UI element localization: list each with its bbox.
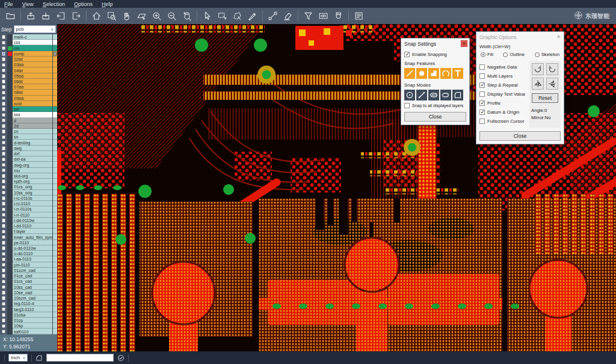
graphic-close-button[interactable]: Close (479, 131, 561, 141)
layer-visibility-checkbox[interactable] (0, 151, 7, 156)
layer-row-02lst[interactable]: 02lst (0, 57, 57, 62)
layer-row-01ce_cad[interactable]: 01ce_cad (0, 273, 57, 279)
layer-row-pe-0110[interactable]: pe-0110 (0, 240, 57, 245)
layer-color-swatch[interactable] (7, 67, 13, 73)
layer-color-swatch[interactable] (7, 273, 13, 279)
layer-row-mark-c[interactable]: mark-c (0, 34, 57, 40)
select-cursor-icon[interactable] (200, 9, 215, 23)
layer-color-swatch[interactable] (7, 140, 13, 145)
layer-row-dxf-ea[interactable]: dxf-ea (0, 156, 57, 162)
measure-icon[interactable] (265, 9, 280, 23)
snap-slot-icon[interactable] (428, 90, 439, 100)
layer-row-i-rc-0110[interactable]: i-rc-0110 (0, 201, 57, 206)
layer-color-swatch[interactable] (7, 306, 13, 312)
layer-row-saf0110[interactable]: saf0110 (0, 329, 57, 334)
layer-row-2d[interactable]: 2d (0, 123, 57, 129)
layer-visibility-checkbox[interactable] (0, 273, 7, 279)
layer-row-10ss_orig[interactable]: 10ss_orig (0, 190, 57, 196)
layer-visibility-checkbox[interactable] (0, 179, 7, 184)
eraser-icon[interactable] (280, 9, 295, 23)
layer-row-01cs_orig[interactable]: 01cs_orig (0, 184, 57, 190)
layer-row-sold[interactable]: sold (0, 101, 57, 106)
layer-color-swatch[interactable] (7, 73, 13, 79)
layer-visibility-checkbox[interactable] (0, 234, 7, 239)
layer-color-swatch[interactable] (7, 301, 13, 306)
layer-color-swatch[interactable] (7, 240, 13, 245)
layer-visibility-checkbox[interactable] (0, 256, 7, 262)
layer-color-swatch[interactable] (7, 268, 13, 273)
layer-visibility-checkbox[interactable] (0, 240, 7, 245)
zoom-previous-icon[interactable] (179, 9, 194, 23)
layer-row-i-rr-0110[interactable]: i-rr-0110 (0, 212, 57, 218)
layer-color-swatch[interactable] (7, 212, 13, 218)
apply-icon[interactable] (117, 354, 125, 362)
layer-visibility-checkbox[interactable] (0, 168, 7, 173)
rotate-cw-icon[interactable] (532, 63, 544, 75)
snap-arc-icon[interactable] (440, 68, 451, 79)
snap-close-button[interactable]: Close (404, 112, 466, 122)
flip-h-icon[interactable] (532, 78, 544, 90)
layer-color-swatch[interactable] (7, 62, 13, 67)
layer-visibility-checkbox[interactable] (0, 323, 7, 329)
layer-row-dwg[interactable]: dwg (0, 146, 57, 151)
layer-row-10scm_cad[interactable]: 10scm_cad (0, 295, 57, 301)
layer-visibility-checkbox[interactable] (0, 295, 7, 301)
command-input[interactable] (46, 354, 114, 362)
layer-visibility-checkbox[interactable] (0, 90, 7, 95)
layer-row-08lst[interactable]: 08lst (0, 90, 57, 95)
import-icon[interactable] (23, 9, 38, 23)
layer-color-swatch[interactable] (7, 151, 13, 156)
layer-row-i-dd-0110[interactable]: i-dd-0110 (0, 223, 57, 229)
page-forward-icon[interactable] (69, 9, 84, 23)
menu-view[interactable]: View (22, 1, 34, 7)
layer-color-swatch[interactable] (7, 123, 13, 129)
snap-surface-icon[interactable] (428, 68, 439, 79)
layer-visibility-checkbox[interactable] (0, 218, 7, 223)
radio-outline[interactable]: Outline (503, 52, 525, 57)
layer-visibility-checkbox[interactable] (0, 57, 7, 62)
layer-row-inner_auto_film_symb[interactable]: inner_auto_film_symb (0, 234, 57, 239)
menu-selection[interactable]: Selection (43, 1, 65, 7)
layer-row-cn[interactable]: cn (0, 129, 57, 134)
graphic-options-titlebar[interactable]: Graphic Options ✕ (476, 32, 564, 42)
layer-row-sn[interactable]: sn (0, 134, 57, 140)
zoom-in-icon[interactable] (149, 9, 164, 23)
layer-row-d-tenting[interactable]: d-tenting (0, 140, 57, 145)
layer-row-reg-0110-d[interactable]: reg-0110-d (0, 301, 57, 306)
layer-visibility-checkbox[interactable] (0, 212, 7, 218)
layer-color-swatch[interactable] (7, 295, 13, 301)
layer-color-swatch[interactable] (7, 256, 13, 262)
layer-visibility-checkbox[interactable] (0, 146, 7, 151)
layer-color-swatch[interactable] (7, 45, 13, 51)
layer-row-i-rc-0110s[interactable]: i-rc-0110s (0, 196, 57, 201)
layer-color-swatch[interactable] (7, 146, 13, 151)
layer-color-swatch[interactable] (7, 290, 13, 295)
close-icon[interactable]: ✕ (555, 34, 562, 40)
layer-row-01ccm_cad[interactable]: 01ccm_cad (0, 268, 57, 273)
layer-color-swatch[interactable] (7, 251, 13, 256)
layer-color-swatch[interactable] (7, 262, 13, 268)
close-icon[interactable]: ✕ (461, 40, 467, 47)
layer-row-01cba[interactable]: 01cba (0, 312, 57, 318)
layer-color-swatch[interactable] (7, 156, 13, 162)
rect-select-icon[interactable] (215, 9, 230, 23)
layer-row-i-aa-0110[interactable]: i-aa-0110 (0, 256, 57, 262)
unit-select[interactable]: Inch ∨ (8, 354, 28, 362)
layer-visibility-checkbox[interactable] (0, 290, 7, 295)
enable-snapping-checkbox[interactable]: Enable Snapping (404, 52, 466, 57)
snap-settings-titlebar[interactable]: Snap Settings ✕ (401, 39, 469, 48)
layer-visibility-checkbox[interactable] (0, 73, 7, 79)
radio-fill[interactable]: Fill (481, 52, 493, 57)
layer-color-swatch[interactable] (7, 40, 13, 45)
layer-visibility-checkbox[interactable] (0, 329, 7, 334)
layer-visibility-checkbox[interactable] (0, 285, 7, 290)
check-negative-data[interactable]: Negative Data (479, 64, 527, 70)
layer-color-swatch[interactable] (7, 129, 13, 134)
layer-color-swatch[interactable] (7, 179, 13, 184)
layer-row-09lsb[interactable]: 09lsb (0, 96, 57, 101)
layer-color-swatch[interactable] (7, 106, 13, 112)
layer-row-u-dd-0110w[interactable]: u-dd-0110w (0, 245, 57, 251)
page-back-icon[interactable] (54, 9, 69, 23)
layer-color-swatch[interactable] (7, 206, 13, 212)
snap-text-icon[interactable] (452, 68, 463, 79)
